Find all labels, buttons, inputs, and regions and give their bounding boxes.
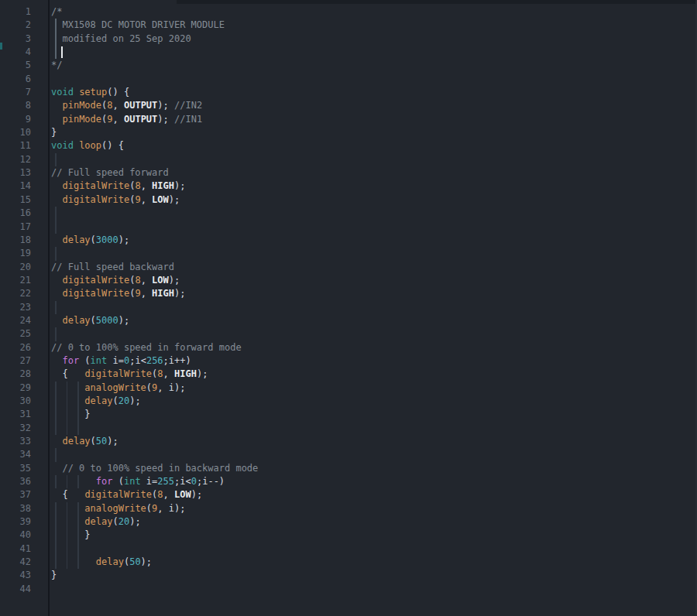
line-number[interactable]: 43 <box>0 569 31 582</box>
code-token: ); <box>129 395 140 406</box>
code-line[interactable]: 37 { digitalWrite(8, LOW); <box>0 488 697 501</box>
line-number[interactable]: 40 <box>0 529 31 542</box>
line-number[interactable]: 16 <box>0 207 31 220</box>
line-number[interactable]: 4 <box>0 46 31 59</box>
line-number[interactable]: 36 <box>0 475 31 488</box>
line-number[interactable]: 20 <box>0 261 31 274</box>
code-line[interactable]: 43} <box>0 569 697 582</box>
code-line[interactable]: 9 pinMode(9, OUTPUT); //IN1 <box>0 113 697 126</box>
code-token: // 0 to 100% speed in backward mode <box>51 463 258 474</box>
line-number[interactable]: 32 <box>0 422 31 435</box>
code-line[interactable]: 30 delay(20); <box>0 395 697 408</box>
line-number[interactable]: 11 <box>0 139 31 152</box>
code-line[interactable]: 38 analogWrite(9, i); <box>0 502 697 515</box>
line-number[interactable]: 29 <box>0 382 31 395</box>
indent-guide <box>77 422 79 435</box>
code-line[interactable]: 33 delay(50); <box>0 435 697 448</box>
code-line[interactable]: 20// Full speed backward <box>0 261 697 274</box>
code-token: , <box>141 288 152 299</box>
line-number[interactable]: 25 <box>0 327 31 341</box>
code-line[interactable]: 40 } <box>0 529 697 542</box>
code-line[interactable]: 29 analogWrite(9, i); <box>0 382 697 395</box>
line-number[interactable]: 7 <box>0 86 31 99</box>
line-number[interactable]: 23 <box>0 301 31 314</box>
code-line[interactable]: 35 // 0 to 100% speed in backward mode <box>0 462 697 475</box>
line-number[interactable]: 24 <box>0 314 31 327</box>
line-number[interactable]: 5 <box>0 59 31 72</box>
line-number[interactable]: 37 <box>0 488 31 501</box>
code-line[interactable]: 16 <box>0 207 697 220</box>
line-number[interactable]: 35 <box>0 462 31 475</box>
code-token <box>68 489 85 500</box>
code-line[interactable]: 39 delay(20); <box>0 515 697 529</box>
line-number[interactable]: 3 <box>0 33 31 46</box>
code-line[interactable]: 8 pinMode(8, OUTPUT); //IN2 <box>0 99 697 112</box>
code-line[interactable]: 34 <box>0 448 697 461</box>
code-line[interactable]: 13// Full speed forward <box>0 166 697 180</box>
line-number[interactable]: 34 <box>0 448 31 461</box>
code-line[interactable]: 14 digitalWrite(8, HIGH); <box>0 180 697 193</box>
line-number[interactable]: 38 <box>0 502 31 515</box>
line-number[interactable]: 21 <box>0 274 31 287</box>
line-number[interactable]: 12 <box>0 153 31 166</box>
line-number[interactable]: 42 <box>0 556 31 569</box>
indent-guide <box>55 327 57 341</box>
line-number[interactable]: 9 <box>0 113 31 126</box>
code-line[interactable]: 25 <box>0 327 697 341</box>
code-line[interactable]: 6 <box>0 73 697 86</box>
code-line[interactable]: 18 delay(3000); <box>0 234 697 247</box>
line-number[interactable]: 44 <box>0 583 31 596</box>
line-number[interactable]: 30 <box>0 395 31 408</box>
line-number[interactable]: 19 <box>0 247 31 260</box>
line-number[interactable]: 33 <box>0 435 31 448</box>
code-line[interactable]: 44 <box>0 583 697 596</box>
code-line[interactable]: 3 modified on 25 Sep 2020 <box>0 33 697 46</box>
code-line[interactable]: 1/* <box>0 5 697 19</box>
line-number[interactable]: 8 <box>0 99 31 112</box>
code-line[interactable]: 26// 0 to 100% speed in forward mode <box>0 341 697 354</box>
line-number[interactable]: 27 <box>0 354 31 368</box>
code-line[interactable]: 32 <box>0 422 697 435</box>
code-line[interactable]: 17 <box>0 221 697 234</box>
code-line[interactable]: 27 for (int i=0;i<256;i++) <box>0 354 697 368</box>
code-line[interactable]: 15 digitalWrite(9, LOW); <box>0 193 697 207</box>
line-number[interactable]: 39 <box>0 515 31 529</box>
line-number[interactable]: 41 <box>0 542 31 556</box>
code-line[interactable]: 31 } <box>0 408 697 421</box>
code-line[interactable]: 10} <box>0 126 697 139</box>
line-number[interactable]: 13 <box>0 166 31 180</box>
code-token: --) <box>208 476 225 487</box>
code-line[interactable]: 19 <box>0 247 697 260</box>
code-line[interactable]: 22 digitalWrite(9, HIGH); <box>0 287 697 300</box>
code-line[interactable]: 4 <box>0 46 697 59</box>
line-number[interactable]: 31 <box>0 408 31 421</box>
code-line[interactable]: 11void loop() { <box>0 139 697 152</box>
line-number[interactable]: 28 <box>0 368 31 381</box>
code-line[interactable]: 28 { digitalWrite(8, HIGH); <box>0 368 697 381</box>
code-line[interactable]: 24 delay(5000); <box>0 314 697 327</box>
code-line[interactable]: 5*/ <box>0 59 697 72</box>
code-line[interactable]: 23 <box>0 301 697 314</box>
line-number[interactable]: 17 <box>0 221 31 234</box>
line-number[interactable]: 26 <box>0 341 31 354</box>
line-number[interactable]: 18 <box>0 234 31 247</box>
line-number[interactable]: 2 <box>0 19 31 32</box>
code-line[interactable]: 7void setup() { <box>0 86 697 99</box>
code-text: } <box>51 569 57 582</box>
code-line[interactable]: 12 <box>0 153 697 166</box>
code-line[interactable]: 2 MX1508 DC MOTOR DRIVER MODULE <box>0 19 697 32</box>
code-line[interactable]: 21 digitalWrite(8, LOW); <box>0 274 697 287</box>
line-number[interactable]: 15 <box>0 193 31 207</box>
code-line[interactable]: 42 delay(50); <box>0 556 697 569</box>
code-token: 20 <box>118 395 129 406</box>
line-number[interactable]: 1 <box>0 5 31 19</box>
line-number[interactable]: 6 <box>0 73 31 86</box>
code-text: digitalWrite(8, LOW); <box>51 274 180 287</box>
line-number[interactable]: 10 <box>0 126 31 139</box>
code-line[interactable]: 36 for (int i=255;i<0;i--) <box>0 475 697 488</box>
code-editor[interactable]: 1/*2 MX1508 DC MOTOR DRIVER MODULE3 modi… <box>0 0 697 616</box>
code-token: HIGH <box>152 288 174 299</box>
line-number[interactable]: 22 <box>0 287 31 300</box>
code-line[interactable]: 41 <box>0 542 697 556</box>
line-number[interactable]: 14 <box>0 180 31 193</box>
